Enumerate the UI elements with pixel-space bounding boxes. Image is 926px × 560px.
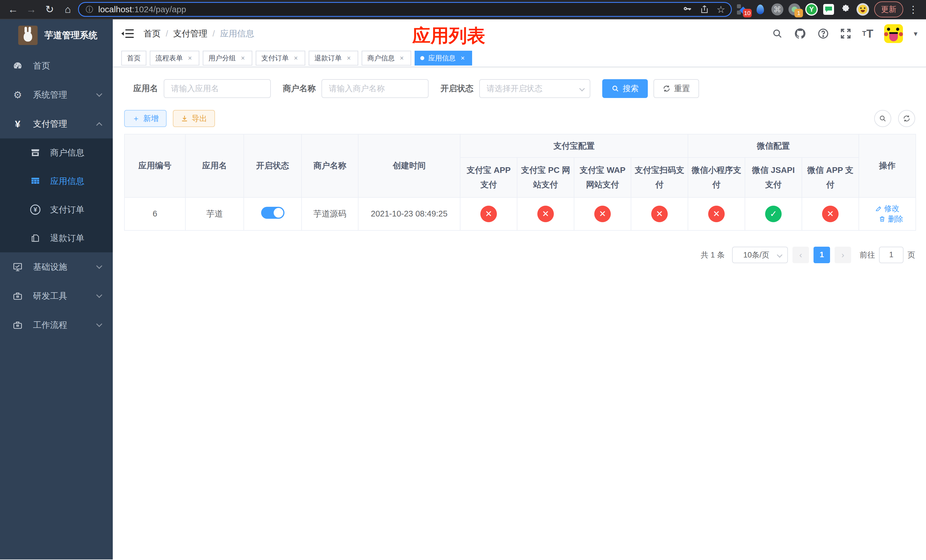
chevron-down-icon <box>96 91 102 97</box>
tab-merchant-info[interactable]: 商户信息 <box>362 51 411 65</box>
browser-toolbar: ← → ↻ ⌂ ⓘ localhost:1024/pay/app ☆ ◆ 10 … <box>0 0 926 20</box>
goto-label: 前往 <box>859 250 875 260</box>
tab-user-group[interactable]: 用户分组 <box>203 51 252 65</box>
sidebar-item-payment[interactable]: ¥ 支付管理 <box>0 109 113 138</box>
refresh-table-button[interactable] <box>898 110 915 127</box>
help-icon[interactable] <box>817 28 829 39</box>
tab-process-form[interactable]: 流程表单 <box>150 51 199 65</box>
page-1-button[interactable]: 1 <box>814 247 830 263</box>
extension-drop-icon[interactable] <box>754 3 767 16</box>
tab-close-icon[interactable] <box>459 54 466 62</box>
column-header-wx-jsapi: 微信 JSAPI 支付 <box>745 157 802 197</box>
download-icon <box>181 115 188 122</box>
extension-green-circle-icon[interactable]: Y <box>805 3 818 16</box>
collapse-sidebar-icon[interactable] <box>123 29 134 38</box>
tab-close-icon[interactable] <box>345 54 353 62</box>
extensions-puzzle-icon[interactable] <box>840 3 852 16</box>
payment-submenu: 商户信息 应用信息 ¥ 支付订单 退款订单 <box>0 138 113 252</box>
chrome-update-button[interactable]: 更新 <box>874 2 903 17</box>
user-avatar[interactable] <box>884 24 903 43</box>
status-select[interactable] <box>479 79 590 98</box>
goto-page-input[interactable] <box>879 247 903 263</box>
sidebar-item-refund-order[interactable]: 退款订单 <box>0 224 113 252</box>
search-icon[interactable] <box>772 28 783 39</box>
column-header-created: 创建时间 <box>358 134 460 197</box>
enabled-toggle[interactable] <box>261 207 284 219</box>
alipay-wap-status-icon: ✕ <box>594 206 611 222</box>
next-page-button[interactable]: › <box>835 247 851 263</box>
tab-home[interactable]: 首页 <box>121 51 146 65</box>
merchant-name-field-wrap <box>321 79 428 98</box>
sidebar-logo[interactable]: 芋道管理系统 <box>0 20 113 51</box>
tab-refund-order[interactable]: 退款订单 <box>309 51 358 65</box>
sidebar-item-devtools[interactable]: 研发工具 <box>0 282 113 310</box>
breadcrumb-separator: / <box>166 29 168 38</box>
cell-app-name: 芋道 <box>185 197 244 230</box>
sidebar-item-merchant-info[interactable]: 商户信息 <box>0 138 113 167</box>
breadcrumb-home[interactable]: 首页 <box>144 28 160 39</box>
edit-link[interactable]: 修改 <box>875 203 900 213</box>
monitor-icon <box>12 262 23 272</box>
alipay-pc-status-icon: ✕ <box>537 206 554 222</box>
github-icon[interactable] <box>794 27 806 40</box>
dashboard-icon <box>12 61 23 71</box>
extension-diamond-icon[interactable]: ◆ 10 <box>737 3 749 16</box>
alipay-qr-status-icon: ✕ <box>651 206 668 222</box>
pencil-icon <box>875 205 882 212</box>
sidebar-item-workflow[interactable]: 工作流程 <box>0 310 113 339</box>
search-button[interactable]: 搜索 <box>602 79 648 98</box>
password-key-icon[interactable] <box>682 5 692 14</box>
browser-forward-button[interactable]: → <box>23 2 39 17</box>
chrome-menu-icon[interactable]: ⋮ <box>905 4 921 15</box>
browser-back-button[interactable]: ← <box>5 2 21 17</box>
extension-command-icon[interactable]: ⌘ <box>771 3 784 16</box>
column-header-wx-mini: 微信小程序支付 <box>688 157 745 197</box>
sidebar-item-app-info[interactable]: 应用信息 <box>0 167 113 195</box>
tab-close-icon[interactable] <box>292 54 300 62</box>
sidebar-item-pay-order[interactable]: ¥ 支付订单 <box>0 195 113 224</box>
extension-chat-icon[interactable] <box>822 3 835 16</box>
reset-button[interactable]: 重置 <box>654 79 699 98</box>
avatar-caret-icon[interactable]: ▾ <box>914 29 917 38</box>
sidebar-item-home[interactable]: 首页 <box>0 51 113 80</box>
sidebar-item-system[interactable]: ⚙ 系统管理 <box>0 80 113 109</box>
tab-app-info[interactable]: 应用信息 <box>415 51 472 65</box>
toggle-search-button[interactable] <box>874 110 891 127</box>
tab-close-icon[interactable] <box>239 54 247 62</box>
site-info-icon[interactable]: ⓘ <box>85 5 94 14</box>
tab-close-icon[interactable] <box>186 54 194 62</box>
profile-emoji-icon[interactable] <box>856 3 869 16</box>
sidebar-menu: 首页 ⚙ 系统管理 ¥ 支付管理 商户信息 <box>0 51 113 559</box>
page-size-select[interactable]: 10条/页 <box>732 247 788 263</box>
add-button[interactable]: ＋ 新增 <box>124 110 166 127</box>
toolbox-icon <box>12 320 23 330</box>
plus-icon: ＋ <box>132 114 140 124</box>
address-bar[interactable]: ⓘ localhost:1024/pay/app ☆ <box>78 2 732 17</box>
bookmark-star-icon[interactable]: ☆ <box>717 4 725 15</box>
yen-icon: ¥ <box>12 118 23 130</box>
breadcrumb: 首页 / 支付管理 / 应用信息 <box>144 28 254 39</box>
browser-home-button[interactable]: ⌂ <box>60 2 76 17</box>
prev-page-button[interactable]: ‹ <box>793 247 809 263</box>
sidebar-item-label: 首页 <box>33 60 101 72</box>
breadcrumb-payment[interactable]: 支付管理 <box>173 28 207 39</box>
extension-record-icon[interactable]: 1 <box>788 3 801 16</box>
app-name-label: 应用名 <box>133 83 158 94</box>
sidebar-item-infra[interactable]: 基础设施 <box>0 252 113 282</box>
tab-close-icon[interactable] <box>398 54 406 62</box>
delete-link[interactable]: 删除 <box>879 214 903 224</box>
export-button[interactable]: 导出 <box>173 110 215 127</box>
sidebar-item-label: 退款订单 <box>50 232 84 244</box>
font-size-icon[interactable]: TT <box>862 27 873 40</box>
share-icon[interactable] <box>700 5 709 14</box>
tab-pay-order[interactable]: 支付订单 <box>256 51 305 65</box>
browser-reload-button[interactable]: ↻ <box>42 2 57 17</box>
app-name-input[interactable] <box>164 79 271 98</box>
url-text[interactable]: localhost:1024/pay/app <box>98 5 679 14</box>
pagination: 共 1 条 10条/页 ‹ 1 › 前往 页 <box>124 247 915 263</box>
merchant-name-input[interactable] <box>321 79 428 98</box>
sidebar-item-label: 研发工具 <box>33 290 88 302</box>
filter-form: 应用名 商户名称 开启状态 搜索 <box>124 79 915 98</box>
fullscreen-icon[interactable] <box>840 28 851 39</box>
cell-created-time: 2021-10-23 08:49:25 <box>358 197 460 230</box>
